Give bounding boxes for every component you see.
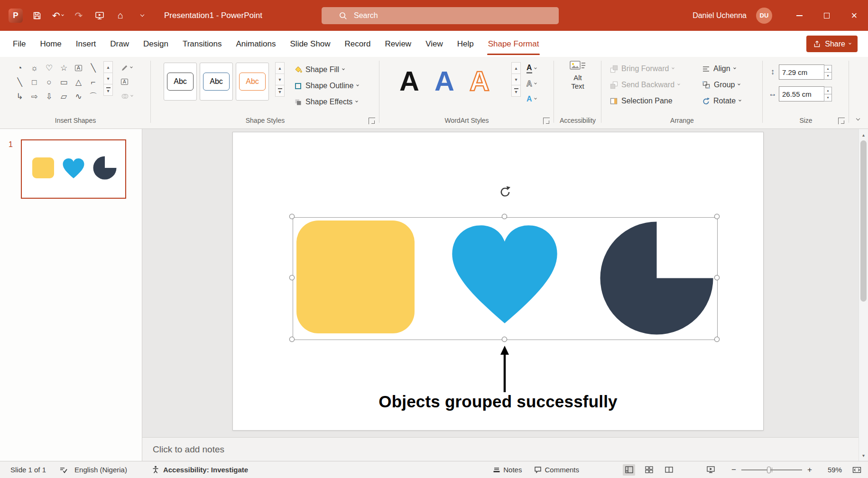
selection-handle[interactable]	[289, 337, 295, 342]
alt-text-button[interactable]: Alt Text	[554, 61, 601, 90]
selection-handle[interactable]	[502, 337, 507, 342]
wordart-gallery-down-button[interactable]: ▾	[511, 74, 521, 85]
annotation-text[interactable]: Objects grouped successfully	[233, 392, 763, 411]
annotation-arrow[interactable]	[499, 346, 511, 393]
undo-dropdown-chevron-icon[interactable]	[61, 13, 64, 16]
rotate-handle-icon[interactable]	[499, 185, 512, 199]
shape-icon[interactable]: ◔	[12, 61, 27, 75]
user-name[interactable]: Daniel Uchenna	[693, 11, 747, 20]
tab-record[interactable]: Record	[338, 31, 378, 57]
wordart-style-preview[interactable]: A	[392, 61, 427, 101]
collapse-ribbon-button[interactable]	[857, 114, 859, 123]
shapes-gallery-more-button[interactable]: ▾	[103, 84, 113, 96]
redo-button[interactable]: ↷	[68, 5, 89, 26]
shape-height-input[interactable]	[779, 64, 824, 80]
selection-handle[interactable]	[289, 214, 295, 219]
qat-customize-button[interactable]	[131, 5, 152, 26]
slide-sorter-view-button[interactable]	[643, 464, 655, 476]
scrollbar-thumb[interactable]	[860, 140, 867, 302]
close-button[interactable]: ×	[840, 0, 868, 31]
yellow-rounded-rectangle-shape[interactable]	[296, 221, 415, 333]
zoom-in-button[interactable]: +	[806, 465, 813, 475]
style-gallery-down-button[interactable]: ▾	[275, 74, 285, 85]
shape-icon[interactable]: ⌐	[86, 75, 101, 89]
shape-icon[interactable]: A	[71, 61, 86, 75]
selection-pane-button[interactable]: Selection Pane	[607, 94, 675, 108]
reading-view-button[interactable]	[663, 464, 675, 476]
accessibility-status-button[interactable]: Accessibility: Investigate	[163, 466, 248, 474]
tab-view[interactable]: View	[418, 31, 450, 57]
save-button[interactable]	[27, 5, 47, 26]
width-step-down-button[interactable]: ▾	[824, 94, 832, 101]
selection-handle[interactable]	[714, 214, 720, 219]
edit-shape-button[interactable]	[120, 62, 134, 74]
blue-heart-shape[interactable]	[446, 218, 563, 328]
shape-width-input[interactable]	[779, 86, 824, 101]
selection-handle[interactable]	[289, 275, 295, 280]
spell-check-button[interactable]	[59, 466, 68, 474]
slide-show-button[interactable]	[704, 464, 717, 476]
search-input[interactable]: Search	[322, 7, 559, 24]
shape-icon[interactable]: □	[27, 75, 42, 89]
text-effects-button[interactable]: A	[526, 93, 536, 105]
canvas-scrollbar[interactable]: ▴ ▾	[859, 129, 868, 461]
align-button[interactable]: Align	[699, 62, 739, 76]
shape-icon[interactable]: ▱	[56, 89, 71, 103]
zoom-slider[interactable]	[741, 465, 802, 475]
shape-icon[interactable]: ☼	[27, 61, 42, 75]
height-step-up-button[interactable]: ▴	[824, 65, 832, 73]
tab-design[interactable]: Design	[136, 31, 175, 57]
notes-toggle-button[interactable]: Notes	[493, 466, 522, 474]
style-gallery-up-button[interactable]: ▴	[275, 62, 285, 74]
tab-slide-show[interactable]: Slide Show	[283, 31, 338, 57]
scrollbar-up-button[interactable]: ▴	[859, 130, 868, 139]
shape-icon[interactable]: ╲	[12, 75, 27, 89]
home-button[interactable]: ⌂	[110, 5, 131, 26]
width-step-up-button[interactable]: ▴	[824, 87, 832, 94]
comments-button[interactable]: Comments	[534, 466, 579, 474]
group-button[interactable]: Group	[699, 78, 743, 92]
text-box-button[interactable]: A	[120, 76, 134, 88]
shape-icon[interactable]: ⇩	[42, 89, 56, 103]
shape-icon[interactable]: ↳	[12, 89, 27, 103]
fit-to-window-button[interactable]	[852, 466, 861, 474]
scrollbar-down-button[interactable]: ▾	[859, 450, 868, 460]
shape-fill-button[interactable]: Shape Fill	[291, 63, 347, 77]
zoom-out-button[interactable]: −	[730, 465, 738, 475]
shape-icon[interactable]: ▭	[56, 75, 71, 89]
shape-icon[interactable]: ⌒	[86, 89, 101, 103]
send-backward-button[interactable]: Send Backward	[607, 78, 683, 92]
shapes-gallery-up-button[interactable]: ▴	[103, 61, 113, 73]
style-gallery-more-button[interactable]: ▾	[275, 85, 285, 97]
user-avatar[interactable]: DU	[756, 8, 772, 24]
tab-shape-format[interactable]: Shape Format	[481, 31, 546, 57]
tab-transitions[interactable]: Transitions	[175, 31, 229, 57]
zoom-slider-thumb[interactable]	[767, 467, 771, 473]
selection-handle[interactable]	[714, 337, 720, 342]
minimize-button[interactable]	[785, 0, 813, 31]
shapes-gallery-down-button[interactable]: ▾	[103, 73, 113, 84]
tab-help[interactable]: Help	[450, 31, 481, 57]
shape-icon[interactable]: ○	[42, 75, 56, 89]
slide[interactable]: Objects grouped successfully	[232, 132, 764, 431]
dark-pie-shape[interactable]	[599, 221, 714, 336]
zoom-level-button[interactable]: 59%	[822, 466, 842, 474]
shape-icon[interactable]: ⇨	[27, 89, 42, 103]
tab-insert[interactable]: Insert	[69, 31, 103, 57]
normal-view-button[interactable]	[623, 464, 635, 476]
language-button[interactable]: English (Nigeria)	[74, 466, 127, 474]
tab-home[interactable]: Home	[33, 31, 68, 57]
share-button[interactable]: Share	[806, 36, 858, 52]
share-dropdown-chevron-icon[interactable]	[849, 42, 851, 45]
text-fill-button[interactable]: A	[526, 63, 536, 75]
wordart-style-preview[interactable]: A	[427, 61, 462, 101]
wordart-gallery-up-button[interactable]: ▴	[511, 62, 521, 74]
maximize-button[interactable]	[813, 0, 840, 31]
tab-review[interactable]: Review	[378, 31, 418, 57]
slide-thumbnail[interactable]	[21, 139, 126, 199]
shape-icon[interactable]: ♡	[42, 61, 56, 75]
shape-style-preview[interactable]: Abc	[164, 63, 197, 101]
tab-file[interactable]: File	[6, 31, 33, 57]
selection-handle[interactable]	[714, 275, 720, 280]
undo-button[interactable]: ↶	[47, 5, 68, 26]
